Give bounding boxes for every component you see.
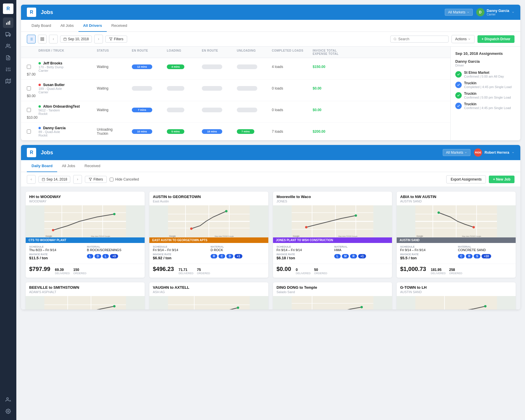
job-card-subtitle: East Austin [149,200,268,205]
job-card[interactable]: AUSTIN to GEORGETOWN East Austin [149,192,268,278]
bottom-tab-received[interactable]: Received [80,160,105,172]
job-card[interactable]: G-TOWN to LH AUSTIN SAND Google [397,282,516,309]
table-row[interactable]: Alton OnboardingTest 5612 - Tandem Rocki… [21,101,450,123]
driver-status: Waiting [97,86,132,90]
driver-tag: L [87,254,93,258]
job-card[interactable]: DING DONG to Temple Salado Sand Google [273,282,392,309]
job-card-map: Google [397,296,516,309]
job-card-title: ABIA to NW AUSTIN [397,192,516,200]
next-date-btn[interactable] [94,35,103,43]
driver-tag: C [458,254,465,258]
svg-rect-33 [43,39,44,41]
job-card-invoice-row: $496.23 71.71 DELIVERED 75 ORDERED [149,264,268,278]
svg-rect-2 [9,21,10,25]
bottom-market-selector[interactable]: All Markets [443,149,470,156]
svg-rect-113 [415,296,497,309]
sidebar-item-analytics[interactable] [3,18,13,28]
job-card[interactable]: ABIA to NW AUSTIN AUSTIN SAND [397,192,516,278]
sidebar-item-settings[interactable] [3,406,13,416]
assignment-status: Confirmed | 5:00 pm Single Load [464,96,511,99]
sidebar-item-team[interactable] [3,394,13,405]
bottom-user-info: RIDE Robert Herrera [474,148,514,157]
assignment-check-icon [455,82,462,88]
assignment-item[interactable]: Truckin Confirmed | 5:00 pm Single Load [455,92,516,99]
svg-point-39 [394,38,396,40]
driver-loads: 4 loads [272,65,313,69]
sidebar-item-map[interactable] [3,76,13,86]
job-card-map: Google Map data ©2018 Google [273,205,392,237]
hide-cancelled-toggle[interactable]: Hide Cancelled [110,177,139,181]
table-row[interactable]: Jeff Brooks 170 - Betty Dump Carrier Wai… [21,58,450,80]
bottom-filters-btn[interactable]: Filters [85,176,107,183]
tab-all-jobs[interactable]: All Jobs [56,20,78,32]
svg-rect-3 [6,32,9,35]
job-card-meta: SCHEDULE Fri 9/14 – Fri 9/14 MATERIAL CO… [397,243,516,264]
filters-btn[interactable]: Filters [105,36,127,43]
top-app-logo: R [27,8,36,17]
job-card[interactable]: BEEVILLE to SMITHSTOWN ADAM'S ASPHALT [26,282,145,309]
top-toolbar: Sep 10, 2018 Filters Actions [21,32,520,47]
driver-invoice: $200.00 [313,130,354,134]
hide-cancelled-checkbox[interactable] [110,178,113,181]
svg-rect-90 [44,296,126,309]
dispatch-driver-btn[interactable]: + Dispatch Driver [477,35,514,43]
job-card-subtitle: AUSTIN SAND [397,290,516,296]
new-job-btn[interactable]: + New Job [489,176,514,183]
driver-name: Alton OnboardingTest [38,104,97,108]
assignment-status: Confirmed | 5:00 am All Day [464,75,504,78]
assignment-item[interactable]: Truckin Confirmed | 4:45 pm Single Load [455,102,516,110]
bottom-prev-date-btn[interactable] [27,175,36,184]
top-app-header: R Jobs All Markets D Danny Garcia Carrie… [21,5,520,20]
sidebar-item-tools[interactable] [3,64,13,75]
bottom-tab-daily-board[interactable]: Daily Board [27,160,57,172]
top-market-selector[interactable]: All Markets [445,9,473,16]
table-row[interactable]: Danny Garcia 89 - Quad-Axle Rockit Unloa… [21,123,450,140]
prev-date-btn[interactable] [49,35,58,43]
grid-view-btn[interactable] [38,35,47,43]
assignment-item[interactable]: St Elmo Market Confirmed | 5:00 am All D… [455,71,516,78]
job-card-banner: CTS to Woodway Plant [26,237,145,243]
tab-all-drivers[interactable]: All Drivers [78,20,107,32]
actions-btn[interactable]: Actions [452,35,475,43]
sidebar: R [0,0,16,420]
driver-invoice: $0.00 [313,108,354,112]
job-card[interactable]: HH to WOODWAY WOODWAY [26,192,145,278]
job-card-title: Mooreville to Waco [273,192,392,200]
date-display[interactable]: Sep 10, 2018 [60,36,92,43]
tab-received[interactable]: Received [107,20,132,32]
col-loading: LOADING [167,49,202,52]
job-card[interactable]: VAUGHN to AXTELL ASH AG Google [149,282,268,309]
top-user-avatar: D [476,8,484,16]
svg-text:Map data ©2018 Google: Map data ©2018 Google [338,235,358,237]
assignment-name: Truckin [464,92,511,96]
driver-tag: R [211,254,217,258]
job-invoice-amount: $1,000.73 [400,266,426,272]
col-enroute2: EN ROUTE [202,49,237,52]
row-checkbox[interactable] [27,108,31,112]
sidebar-item-reports[interactable] [3,52,13,63]
svg-text:Google: Google [293,235,300,237]
svg-point-5 [6,35,7,36]
sidebar-item-jobs[interactable] [3,29,13,40]
row-checkbox[interactable] [27,86,31,90]
bottom-date-display[interactable]: Sep 14, 2018 [38,176,70,183]
table-row[interactable]: Susan Butler 189 - Quad-Axle Carrier Wai… [21,80,450,101]
svg-marker-19 [6,79,11,83]
bottom-tab-all-jobs[interactable]: All Jobs [57,160,80,172]
list-view-btn[interactable] [27,35,36,43]
job-card[interactable]: Mooreville to Waco JONES [273,192,392,278]
sidebar-item-users[interactable] [3,41,13,51]
bottom-next-date-btn[interactable] [73,175,82,184]
assignment-item[interactable]: Truckin Completed | 4:45 pm Single Load [455,81,516,89]
panel-driver-role: Driver [455,64,516,67]
row-checkbox[interactable] [27,65,31,69]
more-drivers-tag: +3 [110,254,118,258]
tab-daily-board[interactable]: Daily Board [27,20,56,32]
assignment-check-icon [455,92,462,99]
svg-rect-0 [6,23,7,25]
search-input[interactable] [398,37,445,41]
export-assignments-btn[interactable]: Export Assignments [446,175,486,183]
row-checkbox[interactable] [27,130,31,134]
driver-carrier: Rockit [38,112,97,116]
search-box[interactable] [390,36,449,43]
